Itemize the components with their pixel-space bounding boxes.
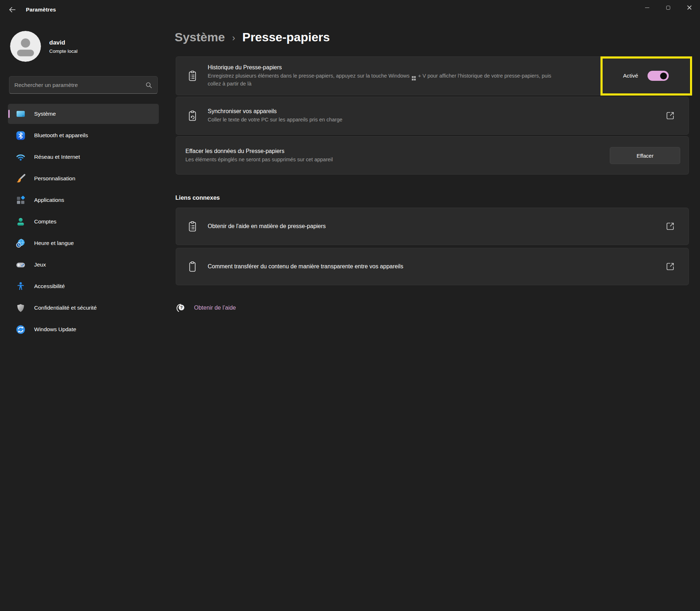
user-name: david	[49, 39, 78, 46]
apps-icon	[16, 195, 26, 205]
maximize-button[interactable]	[658, 0, 679, 15]
sidebar-item-systeme[interactable]: Système	[8, 104, 159, 124]
history-description: Enregistrez plusieurs éléments dans le p…	[208, 73, 558, 87]
get-help-row: ? Obtenir de l’aide	[175, 302, 236, 314]
windows-logo-icon	[412, 76, 416, 80]
clipboard-list-icon	[186, 70, 198, 82]
sidebar-nav: Système Bluetooth et appareils	[8, 104, 159, 341]
window-controls	[636, 0, 700, 15]
gamepad-icon	[16, 260, 26, 270]
sidebar-item-label: Heure et langue	[34, 240, 74, 246]
breadcrumb-parent[interactable]: Système	[175, 30, 225, 44]
help-clipboard-link-card[interactable]: Obtenir de l'aide en matière de presse-p…	[176, 208, 689, 245]
accessibility-icon	[16, 282, 26, 291]
sidebar-item-label: Windows Update	[34, 326, 76, 333]
external-link-icon	[666, 111, 675, 120]
close-button[interactable]	[679, 0, 700, 15]
transfer-content-link-card[interactable]: Comment transférer du contenu de manière…	[176, 248, 689, 285]
app-title: Paramètres	[26, 6, 56, 13]
clear-button[interactable]: Effacer	[610, 147, 680, 164]
external-link-icon	[666, 222, 675, 231]
close-icon	[687, 5, 692, 10]
history-title: Historique du Presse-papiers	[208, 64, 558, 71]
titlebar: Paramètres	[0, 0, 700, 20]
settings-window: Paramètres david Compte local	[0, 0, 700, 611]
breadcrumb: Système › Presse-papiers	[175, 30, 330, 44]
sidebar-item-label: Personnalisation	[34, 175, 75, 182]
system-icon	[16, 109, 26, 119]
sidebar-item-accessibilite[interactable]: Accessibilité	[8, 276, 159, 296]
shield-icon	[16, 303, 26, 313]
sidebar-item-confidentialite[interactable]: Confidentialité et sécurité	[8, 298, 159, 318]
sync-devices-card[interactable]: Synchroniser vos appareils Coller le tex…	[176, 97, 689, 135]
sync-title: Synchroniser vos appareils	[208, 108, 342, 115]
related-link-label: Obtenir de l'aide en matière de presse-p…	[208, 223, 326, 230]
sidebar-item-heure-langue[interactable]: Heure et langue	[8, 233, 159, 253]
clipboard-history-toggle[interactable]	[648, 71, 669, 81]
sidebar-item-label: Système	[34, 111, 56, 117]
clipboard-sync-icon	[186, 110, 198, 122]
sidebar-item-bluetooth[interactable]: Bluetooth et appareils	[8, 125, 159, 145]
windows-update-icon	[16, 325, 26, 334]
sidebar-item-label: Applications	[34, 197, 64, 203]
sidebar-item-label: Confidentialité et sécurité	[34, 305, 97, 311]
sidebar-item-label: Réseau et Internet	[34, 154, 80, 160]
related-links-header: Liens connexes	[175, 194, 220, 201]
clear-clipboard-card: Effacer les données du Presse-papiers Le…	[176, 136, 689, 175]
sidebar-item-label: Bluetooth et appareils	[34, 132, 88, 139]
sidebar: david Compte local Système	[0, 20, 166, 611]
related-link-label: Comment transférer du contenu de manière…	[208, 263, 403, 270]
sidebar-item-windows-update[interactable]: Windows Update	[8, 319, 159, 339]
sidebar-item-label: Comptes	[34, 218, 56, 225]
account-type: Compte local	[49, 48, 78, 54]
minimize-button[interactable]	[636, 0, 658, 15]
sidebar-item-applications[interactable]: Applications	[8, 190, 159, 210]
sidebar-item-reseau[interactable]: Réseau et Internet	[8, 147, 159, 167]
toggle-knob	[660, 73, 667, 79]
bluetooth-icon	[16, 131, 26, 140]
accounts-icon	[16, 217, 26, 227]
user-profile[interactable]: david Compte local	[10, 31, 78, 62]
settings-search[interactable]	[9, 76, 158, 94]
search-icon	[145, 82, 152, 89]
maximize-icon	[666, 6, 670, 10]
history-toggle-row: Activé	[623, 71, 669, 81]
help-icon: ?	[175, 302, 186, 314]
toggle-state-label: Activé	[623, 73, 638, 79]
paintbrush-icon	[16, 174, 26, 184]
minimize-icon	[645, 8, 649, 8]
clipboard-list-icon	[186, 221, 198, 232]
selected-accent-pill	[8, 110, 10, 118]
clipboard-icon	[186, 261, 198, 273]
clear-description: Les éléments épinglés ne seront pas supp…	[185, 156, 333, 163]
sidebar-item-personnalisation[interactable]: Personnalisation	[8, 168, 159, 189]
sidebar-item-jeux[interactable]: Jeux	[8, 255, 159, 275]
clipboard-history-card: Historique du Presse-papiers Enregistrez…	[176, 56, 689, 95]
sync-description: Coller le texte de votre PC sur les appa…	[208, 116, 342, 123]
svg-text:?: ?	[180, 305, 183, 310]
back-arrow-icon	[8, 6, 16, 14]
avatar	[10, 31, 41, 62]
get-help-link[interactable]: Obtenir de l’aide	[194, 305, 236, 311]
sidebar-item-comptes[interactable]: Comptes	[8, 212, 159, 232]
external-link-icon	[666, 262, 675, 271]
history-desc-before: Enregistrez plusieurs éléments dans le p…	[208, 73, 410, 79]
time-language-icon	[16, 239, 26, 248]
sidebar-item-label: Accessibilité	[34, 283, 65, 290]
page-title: Presse-papiers	[242, 30, 330, 44]
sidebar-item-label: Jeux	[34, 261, 46, 268]
search-input[interactable]	[9, 82, 145, 88]
wifi-icon	[16, 152, 26, 162]
back-button[interactable]	[5, 4, 19, 16]
chevron-right-icon: ›	[232, 32, 235, 43]
clear-title: Effacer les données du Presse-papiers	[185, 148, 333, 154]
